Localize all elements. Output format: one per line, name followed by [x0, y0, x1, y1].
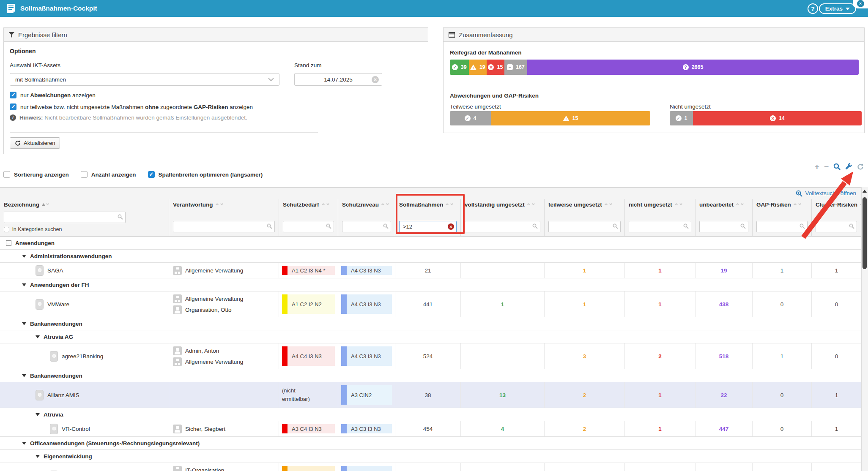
column-label-unbearb[interactable]: unbearbeitet	[699, 199, 748, 210]
help-button[interactable]: ?	[808, 3, 818, 14]
column-label-gap[interactable]: GAP-Risiken	[756, 199, 808, 210]
column-label-name[interactable]: Bezeichnung	[4, 199, 165, 210]
group-row[interactable]: Officeanwendungen (Steuerungs-/Rechnungs…	[0, 437, 861, 450]
filter-field-nicht[interactable]	[629, 221, 691, 232]
clear-filter-icon[interactable]: ✕	[448, 223, 454, 230]
filter-checkbox-0[interactable]: nur Abweichungen anzeigen	[10, 92, 253, 98]
expand-triangle-icon[interactable]	[36, 335, 40, 338]
sort-icons[interactable]	[675, 203, 683, 206]
clear-date-icon[interactable]: ✕	[372, 76, 379, 83]
group-row[interactable]: Bankanwendungen	[0, 317, 861, 330]
filter-checkbox-1[interactable]: nur teilweise bzw. nicht umgesetzte Maßn…	[10, 103, 253, 110]
sort-icons[interactable]	[794, 203, 802, 206]
sort-asc-icon[interactable]	[527, 203, 531, 206]
collapse-icon[interactable]	[6, 240, 11, 246]
scroll-up-icon[interactable]	[863, 190, 867, 193]
sort-asc-icon[interactable]	[736, 203, 740, 206]
sort-asc-icon[interactable]	[381, 203, 385, 206]
column-label-cluster[interactable]: Cluster-Risiken	[816, 199, 857, 210]
table-option-checkbox-2[interactable]: Spaltenbreiten optimieren (langsamer)	[148, 171, 263, 178]
close-icon[interactable]: ×	[857, 0, 864, 7]
table-option-checkbox-1[interactable]: Anzahl anzeigen	[81, 171, 136, 178]
sort-desc-icon[interactable]	[386, 203, 390, 206]
table-option-checkbox-1-box[interactable]	[81, 171, 88, 178]
sort-asc-icon[interactable]	[42, 203, 45, 206]
refresh-icon[interactable]	[857, 163, 864, 170]
group-row[interactable]: Atruvia AG	[0, 330, 861, 343]
filter-panel-header: Ergebnisse filtern	[4, 28, 428, 42]
expand-triangle-icon[interactable]	[22, 255, 26, 258]
category-search-box[interactable]	[4, 227, 9, 232]
group-row[interactable]: Anwendungen der FH	[0, 278, 861, 291]
sort-icons[interactable]	[216, 203, 224, 206]
filter-field-voll[interactable]	[465, 221, 540, 232]
column-label-niveau[interactable]: Schutzniveau	[342, 199, 391, 210]
expand-triangle-icon[interactable]	[36, 413, 40, 416]
table-row[interactable]: Kreditrisikobericht (Excel)IT-Organisati…	[0, 463, 861, 471]
sort-icons[interactable]	[527, 203, 536, 206]
filter-checkbox-1-box[interactable]	[10, 103, 16, 110]
column-label-resp[interactable]: Verantwortung	[173, 199, 275, 210]
sort-asc-icon[interactable]	[322, 203, 326, 206]
column-label-nicht[interactable]: nicht umgesetzt	[629, 199, 691, 210]
fulltext-search-link[interactable]: Volltextsuche öffnen	[0, 188, 861, 199]
expand-triangle-icon[interactable]	[22, 322, 26, 325]
table-row[interactable]: SAGAAllgemeine VerwaltungA1 C2 I3 N4 *A4…	[0, 263, 861, 278]
column-label-voll[interactable]: vollständig umgesetzt	[465, 199, 540, 210]
search-icon[interactable]	[833, 163, 841, 170]
table-row[interactable]: Allianz AMIS(nicht ermittelbar)A3 CIN238…	[0, 382, 861, 408]
sort-icons[interactable]	[42, 203, 50, 206]
sort-asc-icon[interactable]	[794, 203, 797, 206]
wrench-icon[interactable]	[845, 163, 852, 170]
category-search-checkbox[interactable]: in Kategorien suchen	[4, 226, 165, 232]
scrollbar-thumb[interactable]	[863, 197, 867, 269]
group-row[interactable]: Atruvia	[0, 408, 861, 421]
expand-triangle-icon[interactable]	[36, 455, 40, 458]
sort-desc-icon[interactable]	[46, 203, 50, 206]
table-option-checkbox-0[interactable]: Sortierung anzeigen	[3, 171, 69, 178]
extras-button[interactable]: Extras	[819, 3, 856, 14]
sort-desc-icon[interactable]	[679, 203, 683, 206]
sort-desc-icon[interactable]	[450, 203, 454, 206]
sort-asc-icon[interactable]	[446, 203, 449, 206]
sort-icons[interactable]	[736, 203, 745, 206]
column-label-soll[interactable]: Sollmaßnahmen	[399, 199, 457, 210]
vertical-scrollbar[interactable]	[861, 187, 868, 471]
table-row[interactable]: agree21BankingAdmin, AntonAllgemeine Ver…	[0, 343, 861, 369]
group-row[interactable]: Anwendungen	[0, 237, 861, 250]
sort-icons[interactable]	[605, 203, 613, 206]
table-row[interactable]: VR-ControlSicher, SiegbertA3 C4 I3 N3A3 …	[0, 421, 861, 437]
group-row[interactable]: Bankanwendungen	[0, 369, 861, 382]
zoom-out-icon[interactable]: −	[824, 164, 829, 170]
sort-desc-icon[interactable]	[220, 203, 224, 206]
zoom-in-icon[interactable]: +	[815, 164, 819, 170]
ikt-assets-select[interactable]: mit Sollmaßnahmen	[10, 73, 279, 86]
sort-asc-icon[interactable]	[216, 203, 219, 206]
date-input[interactable]: 14.07.2025 ✕	[294, 73, 382, 86]
filter-field-resp[interactable]	[173, 221, 275, 232]
table-option-checkbox-0-box[interactable]	[3, 171, 10, 178]
sort-icons[interactable]	[381, 203, 390, 206]
sort-desc-icon[interactable]	[326, 203, 330, 206]
sort-icons[interactable]	[446, 203, 454, 206]
filter-field-teil[interactable]	[548, 221, 621, 232]
group-row[interactable]: Eigenentwicklung	[0, 450, 861, 463]
column-label-teil[interactable]: teilweise umgesetzt	[548, 199, 621, 210]
sort-icons[interactable]	[322, 203, 330, 206]
sort-asc-icon[interactable]	[605, 203, 608, 206]
sort-desc-icon[interactable]	[798, 203, 802, 206]
expand-triangle-icon[interactable]	[22, 442, 26, 445]
filter-checkbox-0-box[interactable]	[10, 92, 16, 98]
table-row[interactable]: VMWareAllgemeine VerwaltungOrganisation,…	[0, 291, 861, 317]
expand-triangle-icon[interactable]	[22, 374, 26, 377]
sort-asc-icon[interactable]	[675, 203, 679, 206]
column-label-bedarf[interactable]: Schutzbedarf	[283, 199, 334, 210]
sort-desc-icon[interactable]	[741, 203, 745, 206]
expand-triangle-icon[interactable]	[22, 283, 26, 286]
table-option-checkbox-2-box[interactable]	[148, 171, 155, 178]
refresh-results-button[interactable]: Aktualisieren	[10, 137, 60, 149]
filter-field-name[interactable]	[4, 212, 126, 223]
group-row[interactable]: Administrationsanwendungen	[0, 250, 861, 263]
sort-desc-icon[interactable]	[532, 203, 536, 206]
sort-desc-icon[interactable]	[609, 203, 613, 206]
